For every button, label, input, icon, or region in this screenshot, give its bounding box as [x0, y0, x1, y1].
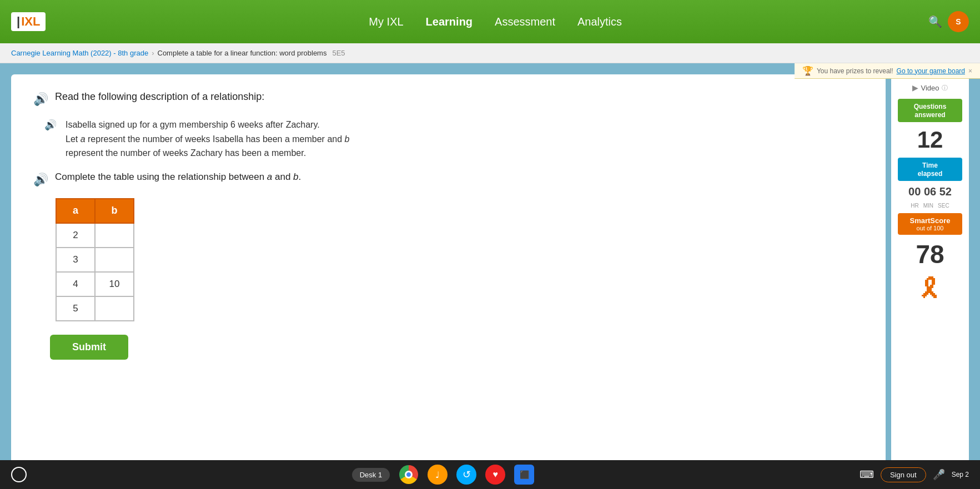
question-header: 🔊 Read the following description of a re…: [33, 91, 863, 107]
smartscore-label: SmartScore: [910, 216, 951, 225]
timer-secs: 52: [939, 185, 952, 198]
time-elapsed-badge: Time elapsed: [898, 158, 962, 181]
table-cell-a-3: 5: [56, 296, 95, 321]
main-area: 🏆 You have prizes to reveal! Go to your …: [0, 63, 980, 489]
taskbar-circle: [11, 467, 27, 482]
questions-answered-badge: Questions answered: [898, 99, 962, 122]
timer-labels: HR MIN SEC: [911, 203, 949, 209]
label-min: MIN: [923, 203, 933, 209]
table-cell-a-0: 2: [56, 223, 95, 248]
smartscore-sublabel: out of 100: [917, 225, 944, 231]
nav-bar: | IXL My IXL Learning Assessment Analyti…: [0, 0, 980, 43]
sub-content: Isabella signed up for a gym membership …: [66, 118, 349, 160]
timer-display: 00 06 52: [908, 185, 952, 198]
table-cell-a-1: 3: [56, 248, 95, 272]
nav-link-assessment[interactable]: Assessment: [495, 16, 555, 28]
taskbar-icon-app2[interactable]: ♥: [485, 465, 505, 485]
breadcrumb-skill-code: 5E5: [332, 49, 345, 57]
prize-banner: 🏆 You have prizes to reveal! Go to your …: [795, 63, 980, 79]
breadcrumb-bar: Carnegie Learning Math (2022) - 8th grad…: [0, 43, 980, 63]
taskbar-icon-music[interactable]: ♩: [428, 465, 448, 485]
trophy-icon: 🏆: [802, 65, 813, 76]
desk-label[interactable]: Desk 1: [352, 468, 390, 482]
label-hr: HR: [911, 203, 918, 209]
breadcrumb-separator-1: ›: [152, 49, 154, 57]
body-line1: Isabella signed up for a gym membership …: [66, 118, 349, 132]
breadcrumb-topic: Complete a table for a linear function: …: [158, 49, 327, 57]
table-header-a: a: [56, 199, 95, 223]
question-header-text: Read the following description of a rela…: [55, 91, 264, 103]
table-row: 5: [56, 296, 134, 321]
timer-hours: 00: [908, 185, 921, 198]
sign-out-button[interactable]: Sign out: [881, 467, 926, 482]
table-cell-b-0: [95, 223, 134, 248]
speaker-icon-main[interactable]: 🔊: [33, 92, 48, 107]
input-b-row0[interactable]: [96, 224, 133, 247]
keyboard-icon: ⌨: [860, 468, 874, 481]
table-row: 3: [56, 248, 134, 272]
video-button[interactable]: ▶ Video ⓘ: [912, 83, 947, 92]
nav-link-my-ixl[interactable]: My IXL: [369, 16, 403, 28]
smartscore-number: 78: [916, 239, 944, 269]
taskbar-right: ⌨ Sign out 🎤 Sep 2: [860, 467, 969, 482]
timer-mins: 06: [924, 185, 936, 198]
prize-close[interactable]: ×: [968, 67, 972, 75]
table-row: 2: [56, 223, 134, 248]
table-cell-a-2: 4: [56, 272, 95, 296]
nav-link-analytics[interactable]: Analytics: [577, 16, 622, 28]
submit-button[interactable]: Submit: [50, 335, 128, 360]
breadcrumb-subject[interactable]: Carnegie Learning Math (2022) - 8th grad…: [11, 49, 148, 57]
instruction-text: Complete the table using the relationshi…: [55, 172, 301, 183]
right-sidebar: ▶ Video ⓘ Questions answered 12 Time ela…: [891, 74, 969, 478]
table-cell-b-3: [95, 296, 134, 321]
video-icon: ▶: [912, 83, 918, 92]
nav-link-learning[interactable]: Learning: [426, 16, 473, 28]
questions-answered-label: Questions answered: [914, 103, 947, 119]
ixl-logo[interactable]: | IXL: [11, 12, 46, 31]
user-avatar[interactable]: S: [948, 11, 969, 32]
time-elapsed-label: Time elapsed: [918, 162, 943, 178]
smartscore-badge: SmartScore out of 100: [898, 213, 962, 235]
speaker-icon-instruction[interactable]: 🔊: [33, 173, 48, 187]
prize-text: You have prizes to reveal!: [817, 67, 893, 75]
award-ribbon-icon: 🎗: [917, 274, 943, 304]
prize-link[interactable]: Go to your game board: [897, 67, 965, 75]
search-button[interactable]: 🔍: [928, 15, 942, 28]
taskbar-icon-app3[interactable]: ⬛: [514, 465, 534, 485]
input-b-row1[interactable]: [96, 248, 133, 271]
instruction-row: 🔊 Complete the table using the relations…: [33, 172, 863, 187]
taskbar: Desk 1 ♩ ↺ ♥ ⬛ ⌨ Sign out 🎤 Sep 2: [0, 460, 980, 489]
input-b-row3[interactable]: [96, 297, 133, 320]
label-sec: SEC: [938, 203, 949, 209]
video-label: Video: [921, 84, 939, 92]
content-card: 🔊 Read the following description of a re…: [11, 74, 886, 478]
taskbar-center: Desk 1 ♩ ↺ ♥ ⬛: [33, 465, 853, 485]
taskbar-icon-app1[interactable]: ↺: [456, 465, 476, 485]
speaker-icon-sub[interactable]: 🔊: [44, 119, 57, 131]
table-row: 4 10: [56, 272, 134, 296]
math-table: a b 2 3 4 10: [56, 198, 134, 321]
table-header-b: b: [95, 199, 134, 223]
info-icon: ⓘ: [942, 84, 948, 92]
chrome-icon[interactable]: [399, 465, 419, 485]
table-cell-b-2: 10: [95, 272, 134, 296]
table-cell-b-1: [95, 248, 134, 272]
taskbar-time: Sep 2: [952, 471, 969, 478]
nav-links: My IXL Learning Assessment Analytics: [62, 16, 928, 28]
questions-answered-count: 12: [917, 127, 943, 153]
body-line2: Let a represent the number of weeks Isab…: [66, 132, 349, 160]
mic-icon[interactable]: 🎤: [933, 468, 945, 481]
nav-right: 🔍 S: [928, 11, 969, 32]
sub-question: 🔊 Isabella signed up for a gym membershi…: [44, 118, 863, 160]
